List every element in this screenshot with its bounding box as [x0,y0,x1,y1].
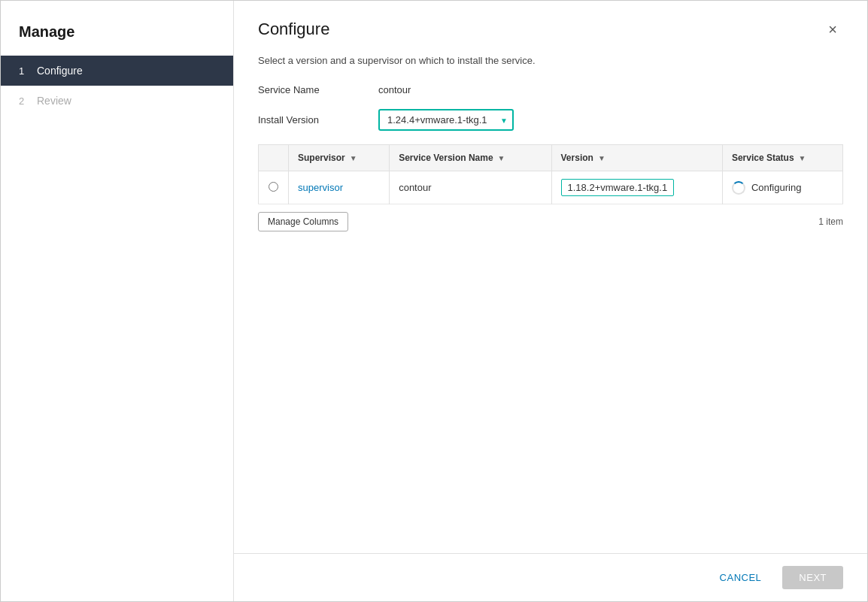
row-radio-cell [259,171,289,204]
sidebar-title: Manage [1,8,233,56]
filter-icon-version[interactable]: ▼ [598,154,605,162]
main-content: Configure × Select a version and a super… [234,1,867,601]
status-text: Configuring [751,182,802,193]
step-label-review: Review [37,95,71,107]
close-button[interactable]: × [822,19,843,40]
th-supervisor: Supervisor ▼ [289,145,390,171]
th-version: Version ▼ [551,145,722,171]
filter-icon-supervisor[interactable]: ▼ [350,154,357,162]
step-number-2: 2 [19,95,29,107]
th-service-status: Service Status ▼ [722,145,842,171]
version-select-wrapper: 1.24.4+vmware.1-tkg.11.23.0+vmware.1-tkg… [378,109,514,131]
dialog-footer: CANCEL NEXT [234,553,867,601]
row-radio[interactable] [269,182,278,192]
sidebar: Manage 1 Configure 2 Review [1,1,234,601]
dialog-subtitle: Select a version and a supervisor on whi… [258,55,843,66]
filter-icon-service-status[interactable]: ▼ [799,154,806,162]
sidebar-item-configure[interactable]: 1 Configure [1,56,233,86]
table-header-row: Supervisor ▼ Service Version Name ▼ [259,145,843,171]
service-name-value: contour [378,84,411,95]
row-version: 1.18.2+vmware.1-tkg.1 [551,171,722,204]
table-body: supervisorcontour1.18.2+vmware.1-tkg.1Co… [259,171,843,204]
install-version-row: Install Version 1.24.4+vmware.1-tkg.11.2… [258,109,843,131]
filter-icon-service-version[interactable]: ▼ [498,154,505,162]
service-name-row: Service Name contour [258,84,843,95]
main-body: Select a version and a supervisor on whi… [234,52,867,553]
cancel-button[interactable]: CANCEL [708,566,774,589]
version-select[interactable]: 1.24.4+vmware.1-tkg.11.23.0+vmware.1-tkg… [378,109,514,131]
th-service-version-name: Service Version Name ▼ [390,145,551,171]
row-service-version-name: contour [390,171,551,204]
install-version-label: Install Version [258,114,378,126]
sidebar-item-review[interactable]: 2 Review [1,86,233,116]
main-header: Configure × [234,1,867,52]
service-name-label: Service Name [258,84,378,95]
supervisor-table: Supervisor ▼ Service Version Name ▼ [258,144,843,204]
step-label-configure: Configure [37,65,83,77]
th-version-label: Version [561,153,593,163]
manage-columns-button[interactable]: Manage Columns [258,212,348,231]
dialog-container: Manage 1 Configure 2 Review Configure × … [0,0,868,602]
item-count: 1 item [818,216,843,227]
th-supervisor-label: Supervisor [298,153,345,163]
loading-spinner-icon [732,181,745,195]
next-button[interactable]: NEXT [782,566,843,589]
table-row: supervisorcontour1.18.2+vmware.1-tkg.1Co… [259,171,843,204]
supervisor-link[interactable]: supervisor [298,182,343,193]
th-service-version-name-label: Service Version Name [399,153,493,163]
step-number-1: 1 [19,65,29,77]
version-badge: 1.18.2+vmware.1-tkg.1 [561,179,675,196]
row-service-status: Configuring [722,171,842,204]
table-footer: Manage Columns 1 item [258,204,843,239]
dialog-title: Configure [258,20,329,39]
th-select [259,145,289,171]
row-supervisor: supervisor [289,171,390,204]
th-service-status-label: Service Status [732,153,794,163]
